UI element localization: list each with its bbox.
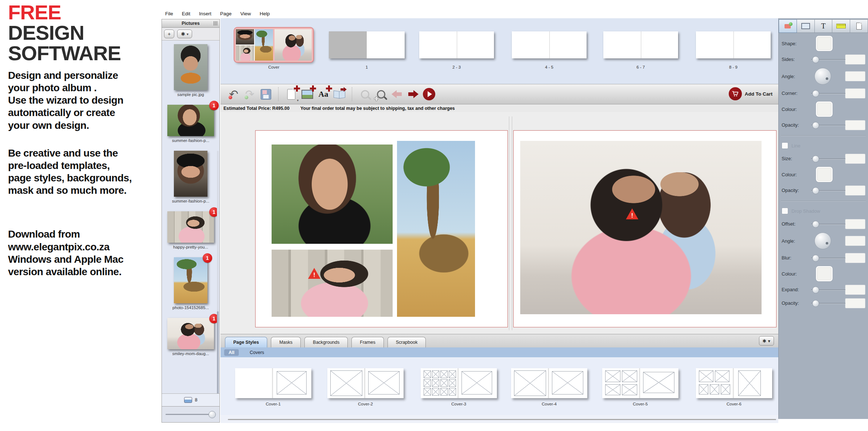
undo-button[interactable]: ↶ — [226, 86, 242, 102]
picture-list-item[interactable]: summer-fashion-p... — [162, 151, 219, 203]
value-field[interactable] — [845, 285, 865, 295]
properties-tab-ruler[interactable] — [832, 19, 850, 33]
slider-control[interactable] — [811, 220, 845, 228]
properties-tab-shape[interactable] — [779, 19, 797, 33]
pictures-scrollbar-thumb[interactable] — [217, 311, 219, 399]
slider-thumb[interactable] — [812, 122, 819, 129]
angle-dial[interactable] — [814, 232, 831, 249]
cover-left-page[interactable] — [255, 130, 508, 327]
value-field[interactable] — [845, 186, 865, 195]
properties-tab-text[interactable]: T — [815, 19, 833, 33]
save-button[interactable] — [258, 86, 274, 102]
checkbox-line[interactable] — [782, 142, 788, 149]
menu-item-edit[interactable]: Edit — [182, 11, 190, 16]
add-to-cart-button[interactable]: Add To Cart — [729, 87, 772, 100]
library-gear-button[interactable]: ✱ ▾ — [759, 336, 774, 346]
value-field[interactable] — [845, 219, 865, 229]
picture-thumbnail[interactable] — [174, 44, 207, 90]
value-field[interactable] — [845, 120, 865, 130]
picture-thumbnail[interactable]: 1 — [167, 105, 214, 136]
tab-page-styles[interactable]: Page Styles — [225, 337, 267, 347]
picture-list-item[interactable]: 1happy-pretty-you... — [162, 211, 219, 249]
value-field[interactable] — [845, 154, 865, 163]
picture-list-item[interactable]: 1smiley-mom-daug... — [162, 318, 219, 356]
previous-page-button[interactable] — [389, 86, 405, 102]
export-book-button[interactable] — [331, 86, 347, 102]
menu-item-help[interactable]: Help — [260, 11, 270, 16]
template-cover-6[interactable] — [696, 368, 772, 398]
zoom-in-button[interactable] — [373, 86, 389, 102]
colour-swatch-button[interactable] — [816, 36, 833, 51]
slider-control[interactable] — [811, 300, 845, 307]
template-cover-2[interactable] — [327, 368, 404, 398]
photo-frame-beach-palm[interactable] — [397, 141, 475, 317]
library-scrollbar[interactable] — [228, 419, 776, 420]
slider-control[interactable] — [811, 90, 845, 97]
slider-thumb[interactable] — [812, 90, 819, 97]
menu-item-view[interactable]: View — [240, 11, 251, 16]
filter-all[interactable]: All — [224, 349, 239, 356]
checkbox-drop-shadow[interactable] — [782, 208, 788, 214]
spread-thumbnail-cover-selected[interactable] — [234, 28, 313, 62]
slider-thumb[interactable] — [812, 187, 819, 194]
slider-control[interactable] — [811, 254, 845, 262]
slider-control[interactable] — [811, 286, 845, 293]
value-field[interactable] — [845, 299, 865, 308]
photo-frame-kitchen-selfie[interactable] — [520, 141, 762, 314]
add-text-button[interactable]: Aa — [315, 86, 331, 102]
slider-thumb[interactable] — [812, 300, 819, 307]
spread-thumbnail[interactable] — [603, 31, 678, 58]
slider-control[interactable] — [811, 122, 845, 129]
angle-dial[interactable] — [814, 68, 831, 85]
tab-masks[interactable]: Masks — [271, 337, 301, 347]
spread-thumbnail[interactable] — [419, 31, 494, 58]
photo-frame-glass-phone[interactable] — [272, 250, 393, 317]
template-cover-4[interactable] — [511, 368, 587, 398]
colour-swatch-button[interactable] — [816, 167, 833, 182]
preview-button[interactable] — [421, 86, 437, 102]
slider-thumb[interactable] — [812, 56, 819, 63]
pictures-gear-button[interactable]: ✱ ▾ — [177, 30, 192, 38]
menu-item-page[interactable]: Page — [220, 11, 232, 16]
properties-tab-frame[interactable] — [797, 19, 815, 33]
slider-control[interactable] — [811, 187, 845, 194]
add-image-button[interactable] — [299, 86, 315, 102]
value-field[interactable] — [845, 89, 865, 98]
zoom-out-button[interactable] — [357, 86, 373, 102]
redo-button[interactable]: ↷ — [242, 86, 258, 102]
value-field[interactable] — [845, 236, 865, 246]
slider-control[interactable] — [811, 155, 845, 162]
value-field[interactable] — [845, 55, 865, 64]
tab-scrapbook[interactable]: Scrapbook — [388, 337, 426, 347]
thumbnail-size-slider-knob[interactable] — [209, 411, 216, 418]
panel-grip-icon[interactable] — [214, 21, 218, 26]
menu-item-file[interactable]: File — [165, 11, 173, 16]
filter-covers[interactable]: Covers — [245, 349, 269, 356]
next-page-button[interactable] — [405, 86, 421, 102]
picture-list-item[interactable]: 1photo-154152685... — [162, 257, 219, 310]
tab-frames[interactable]: Frames — [351, 337, 384, 347]
spread-thumbnail[interactable] — [512, 31, 587, 58]
template-cover-5[interactable] — [602, 368, 678, 398]
photo-frame-field-hat[interactable] — [272, 145, 393, 244]
colour-swatch-button[interactable] — [816, 266, 833, 281]
slider-thumb[interactable] — [812, 286, 819, 293]
picture-thumbnail[interactable] — [174, 151, 207, 197]
value-field[interactable] — [845, 253, 865, 263]
spread-thumbnail[interactable] — [329, 31, 405, 58]
template-cover-3[interactable] — [421, 368, 497, 398]
menu-item-insert[interactable]: Insert — [199, 11, 211, 16]
picture-thumbnail[interactable]: 1 — [167, 211, 214, 243]
add-page-button[interactable]: ▾ — [283, 86, 299, 102]
picture-list-item[interactable]: 1summer-fashion-p... — [162, 105, 219, 143]
picture-thumbnail[interactable]: 1 — [167, 318, 214, 349]
slider-thumb[interactable] — [812, 155, 819, 162]
properties-tab-page[interactable] — [850, 19, 868, 33]
picture-thumbnail[interactable]: 1 — [174, 257, 207, 303]
picture-list-item[interactable]: sample pic.jpg — [162, 44, 219, 97]
design-canvas[interactable] — [221, 112, 778, 334]
slider-thumb[interactable] — [812, 221, 819, 228]
spread-thumbnail[interactable] — [696, 31, 771, 58]
template-cover-1[interactable] — [235, 368, 311, 398]
tab-backgrounds[interactable]: Backgrounds — [304, 337, 348, 347]
